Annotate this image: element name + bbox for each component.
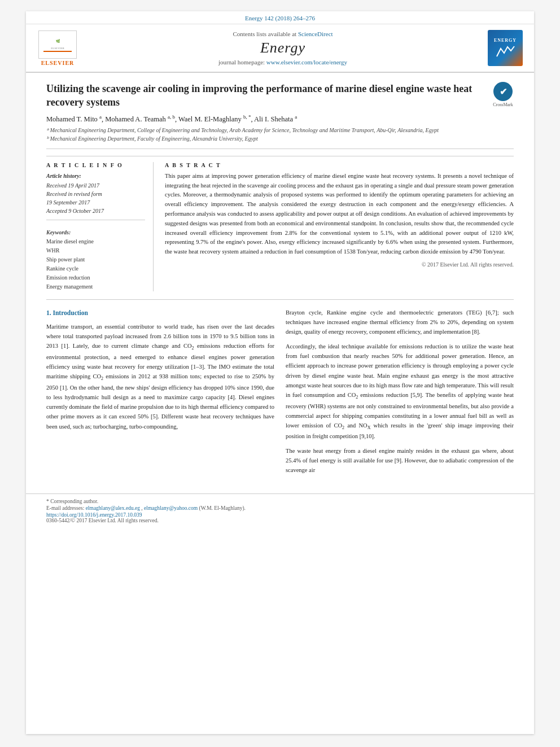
article-title: Utilizing the scavenge air cooling in im…	[46, 82, 487, 110]
svg-rect-0	[41, 32, 75, 57]
intro-para-right1: Brayton cycle, Rankine engine cycle and …	[286, 308, 514, 337]
email2-link[interactable]: elmaghlany@yahoo.com	[144, 505, 198, 511]
crossmark: ✔ CrossMark	[492, 82, 514, 107]
sciencedirect-line: Contents lists available at ScienceDirec…	[233, 30, 333, 37]
email-note: (W.M. El-Maghlany).	[199, 505, 246, 511]
section-number: 1.	[46, 309, 53, 316]
intro-para-right2: Accordingly, the ideal technique availab…	[286, 342, 514, 442]
received-date: Received 19 April 2017	[46, 181, 145, 190]
history-label: Article history:	[46, 172, 145, 180]
homepage-line: journal homepage: www.elsevier.com/locat…	[218, 59, 347, 65]
accepted-date: Accepted 9 October 2017	[46, 207, 145, 215]
crossmark-icon: ✔	[493, 82, 513, 101]
article-info: A R T I C L E I N F O Article history: R…	[46, 162, 154, 291]
svg-rect-3	[43, 51, 72, 52]
copyright-line: © 2017 Elsevier Ltd. All rights reserved…	[165, 261, 514, 268]
energy-badge: ENERGY	[488, 30, 523, 66]
keyword-2: WHR	[46, 246, 145, 255]
article-title-section: Utilizing the scavenge air cooling in im…	[46, 82, 514, 149]
elsevier-logo-img: 🌿 ELSEVIER	[38, 30, 77, 59]
revised-date: 19 September 2017	[46, 198, 145, 207]
sciencedirect-prefix: Contents lists available at	[233, 30, 298, 37]
section-heading: 1. Introduction	[46, 308, 274, 318]
email-label: E-mail addresses:	[46, 505, 84, 511]
email-line: E-mail addresses: elmaghlany@alex.edu.eg…	[46, 505, 514, 511]
article-body: Utilizing the scavenge air cooling in im…	[26, 73, 534, 493]
article-history: Article history: Received 19 April 2017 …	[46, 172, 145, 220]
keywords-label: Keywords:	[46, 229, 145, 235]
keywords-section: Keywords: Marine diesel engine WHR Ship …	[46, 226, 145, 291]
abstract-col: A B S T R A C T This paper aims at impro…	[165, 162, 514, 291]
journal-center: Contents lists available at ScienceDirec…	[86, 30, 480, 65]
main-content: 1. Introduction Maritime transport, an e…	[46, 308, 514, 480]
homepage-prefix: journal homepage:	[218, 59, 266, 65]
footer: * Corresponding author. E-mail addresses…	[26, 493, 534, 528]
article-title-text: Utilizing the scavenge air cooling in im…	[46, 82, 487, 143]
crossmark-label: CrossMark	[493, 102, 513, 107]
homepage-link[interactable]: www.elsevier.com/locate/energy	[266, 59, 347, 65]
journal-header: 🌿 ELSEVIER ELSEVIER Contents lists avail…	[26, 24, 534, 73]
article-info-title: A R T I C L E I N F O	[46, 162, 145, 168]
keyword-5: Emission reduction	[46, 273, 145, 282]
corresponding-label: * Corresponding author.	[46, 499, 98, 504]
email1-link[interactable]: elmaghlany@alex.edu.eg	[86, 505, 140, 511]
affiliation-a: ᵃ Mechanical Engineering Department, Col…	[46, 126, 487, 134]
section-title: Introduction	[53, 309, 88, 316]
intro-para1: Maritime transport, an essential contrib…	[46, 322, 274, 431]
doi-line: https://doi.org/10.1016/j.energy.2017.10…	[46, 512, 514, 518]
corresponding-note: * Corresponding author.	[46, 499, 514, 504]
elsevier-logo: 🌿 ELSEVIER ELSEVIER	[35, 30, 80, 66]
issn-line: 0360-5442/© 2017 Elsevier Ltd. All right…	[46, 518, 514, 523]
journal-logo-right: ENERGY	[485, 30, 525, 66]
keyword-3: Ship power plant	[46, 255, 145, 264]
article-info-abstract: A R T I C L E I N F O Article history: R…	[46, 156, 514, 291]
keyword-1: Marine diesel engine	[46, 237, 145, 246]
authors-text: Mohamed T. Mito a, Mohamed A. Teamah a, …	[46, 115, 297, 123]
svg-text:ELSEVIER: ELSEVIER	[51, 47, 64, 50]
keyword-6: Energy management	[46, 282, 145, 291]
affiliations: ᵃ Mechanical Engineering Department, Col…	[46, 126, 487, 143]
main-col-right: Brayton cycle, Rankine engine cycle and …	[286, 308, 514, 480]
main-col-left: 1. Introduction Maritime transport, an e…	[46, 308, 274, 480]
revised-label: Received in revised form	[46, 190, 145, 198]
authors: Mohamed T. Mito a, Mohamed A. Teamah a, …	[46, 114, 487, 124]
keyword-4: Rankine cycle	[46, 264, 145, 273]
elsevier-label: ELSEVIER	[41, 60, 75, 66]
section-divider	[46, 299, 514, 300]
citation-text: Energy 142 (2018) 264–276	[245, 15, 315, 21]
affiliation-b: ᵇ Mechanical Engineering Department, Fac…	[46, 134, 487, 143]
citation-bar: Energy 142 (2018) 264–276	[26, 11, 534, 24]
intro-para-right3: The waste heat energy from a diesel engi…	[286, 446, 514, 475]
abstract-title: A B S T R A C T	[165, 162, 514, 168]
doi-link[interactable]: https://doi.org/10.1016/j.energy.2017.10…	[46, 512, 142, 518]
svg-text:🌿: 🌿	[56, 39, 60, 43]
sciencedirect-link[interactable]: ScienceDirect	[298, 30, 333, 37]
journal-name: Energy	[260, 40, 305, 56]
abstract-text: This paper aims at improving power gener…	[165, 172, 514, 257]
